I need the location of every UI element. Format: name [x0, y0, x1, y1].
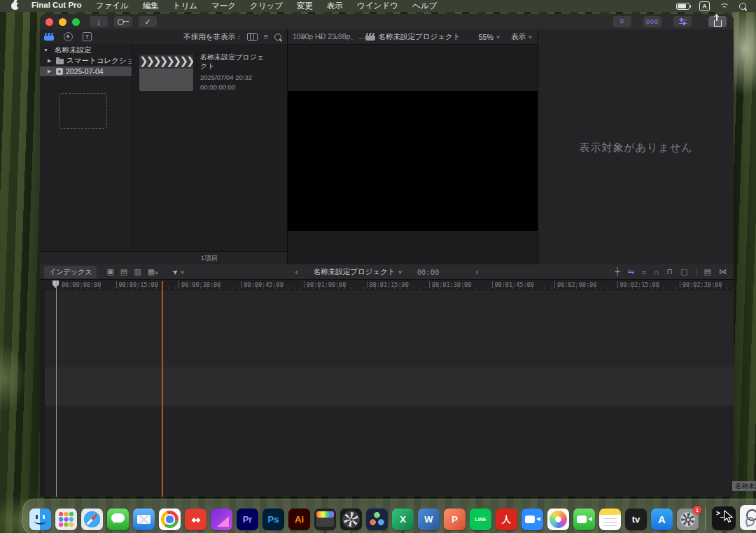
- share-button[interactable]: [708, 16, 727, 27]
- photos-audio-sidebar-icon[interactable]: [64, 32, 73, 41]
- chevron-down-icon: ∨: [528, 34, 533, 40]
- battery-icon[interactable]: [676, 3, 690, 10]
- viewer-view-menu[interactable]: 表示: [511, 32, 526, 42]
- disclosure-triangle[interactable]: ▶: [48, 69, 53, 74]
- apple-logo-icon[interactable]: [11, 2, 19, 10]
- timeline-ruler[interactable]: 00:00:00:0000:00:15:0000:00:30:0000:00:4…: [40, 280, 734, 290]
- menu-8[interactable]: ウインドウ: [350, 1, 405, 11]
- search-icon[interactable]: [274, 34, 281, 41]
- append-edit-icon[interactable]: ▥: [134, 267, 141, 276]
- snapping-icon[interactable]: ⊓: [667, 267, 673, 276]
- dock-item-excel[interactable]: X: [392, 509, 414, 530]
- dock-item-compressor[interactable]: [340, 509, 362, 530]
- menu-1[interactable]: ファイル: [89, 1, 136, 11]
- dock-item-photos[interactable]: [547, 509, 569, 530]
- insert-edit-icon[interactable]: ▤: [120, 267, 127, 276]
- project-thumbnail[interactable]: ❯❯❯❯❯❯❯❯: [139, 55, 193, 91]
- background-render-button[interactable]: ✓: [139, 16, 157, 27]
- import-media-button[interactable]: ↓: [90, 16, 108, 27]
- dock-item-red-diamonds-app[interactable]: ◆◆: [185, 509, 206, 530]
- dock-item-zoom[interactable]: [522, 509, 543, 530]
- primary-storyline-lane[interactable]: [45, 367, 734, 406]
- libraries-sidebar-icon[interactable]: [44, 33, 54, 41]
- overwrite-edit-icon[interactable]: ▦∨: [148, 267, 159, 276]
- timeline-forward-button[interactable]: ›: [475, 267, 478, 277]
- dock-item-chrome[interactable]: [159, 509, 181, 530]
- spotlight-icon[interactable]: [739, 3, 746, 10]
- dock-item-utility-app[interactable]: [740, 505, 756, 530]
- timeline-body[interactable]: [40, 290, 734, 497]
- timeline-back-button[interactable]: ‹: [295, 267, 298, 277]
- menu-2[interactable]: 編集: [136, 1, 166, 11]
- timeline-project-menu[interactable]: 名称未設定プロジェクト ∨: [314, 267, 402, 277]
- tag-icon[interactable]: ▢: [680, 267, 687, 276]
- disclosure-triangle[interactable]: ▶: [48, 58, 53, 64]
- skimming-icon[interactable]: ⇋: [627, 267, 634, 276]
- browser-pane: T 不採用を非表示 ↕ ≡ ▼名称未設定▶スマートコレクション▶2025-07-…: [40, 29, 288, 264]
- clip-title[interactable]: 名称未設定プロジェクト: [200, 53, 267, 71]
- dock-item-powerpoint[interactable]: P: [444, 509, 465, 530]
- ruler-tick: [304, 281, 304, 288]
- menu-6[interactable]: 変更: [290, 1, 320, 11]
- titles-generators-icon[interactable]: T: [83, 32, 92, 41]
- dock-item-facetime[interactable]: [573, 509, 595, 530]
- zoom-fit-icon[interactable]: ⋈: [719, 267, 727, 276]
- index-button[interactable]: インデックス: [44, 266, 97, 278]
- dock-item-launchpad[interactable]: [55, 509, 77, 530]
- dock-item-label: Ps: [268, 514, 279, 525]
- wifi-icon[interactable]: [720, 3, 729, 10]
- dock-item-mail[interactable]: [133, 509, 155, 530]
- dock-item-acrobat[interactable]: 人: [496, 509, 517, 530]
- dock-item-label: X: [400, 514, 406, 525]
- toolbar-divider: [696, 268, 696, 276]
- clip-appearance-icon[interactable]: ▤: [704, 267, 711, 276]
- playhead-line[interactable]: [56, 280, 57, 497]
- dock-item-davinci-resolve[interactable]: [366, 509, 388, 530]
- dock-item-premiere-pro[interactable]: Pr: [237, 509, 258, 530]
- dock-item-messages[interactable]: [107, 509, 129, 530]
- menu-3[interactable]: トリム: [166, 1, 204, 11]
- ruler-label: 00:01:30:00: [432, 281, 471, 288]
- dock-item-app-store[interactable]: [651, 509, 673, 530]
- dock-item-system-settings[interactable]: 1: [677, 509, 699, 530]
- menu-app[interactable]: Final Cut Pro: [24, 1, 89, 11]
- connect-edit-icon[interactable]: ▣: [106, 267, 113, 276]
- input-source-icon[interactable]: A: [699, 1, 710, 11]
- close-button[interactable]: [46, 18, 53, 26]
- browser-layout-button[interactable]: ⠿: [613, 16, 631, 27]
- list-view-icon[interactable]: ≡: [264, 34, 268, 40]
- dock-item-finder[interactable]: [29, 509, 51, 530]
- tool-selector[interactable]: ➤ ∨: [172, 268, 184, 276]
- viewer-zoom-level[interactable]: 55%: [479, 33, 493, 41]
- filmstrip-view-icon[interactable]: [247, 33, 258, 41]
- dock-item-final-cut-pro[interactable]: [314, 509, 336, 530]
- keyword-editor-button[interactable]: [114, 16, 132, 27]
- inspector-toggle-button[interactable]: [673, 16, 692, 27]
- storyline-drop-placeholder[interactable]: [59, 93, 107, 129]
- dock-item-apple-tv[interactable]: tv: [625, 509, 647, 530]
- trim-icon[interactable]: ┿: [615, 267, 620, 276]
- dock-item-line[interactable]: LINE: [470, 509, 491, 530]
- background-tasks-button[interactable]: 000: [643, 16, 662, 27]
- dock-item-word[interactable]: W: [418, 509, 440, 530]
- menu-4[interactable]: マーク: [204, 1, 243, 11]
- dock-item-affinity-app[interactable]: [211, 509, 232, 530]
- menu-5[interactable]: クリップ: [243, 1, 290, 11]
- menu-7[interactable]: 表示: [320, 1, 350, 11]
- title-bar[interactable]: ↓ ✓ ⠿ 000: [40, 14, 734, 30]
- sidebar-item-2025-07-04[interactable]: ▶2025-07-04: [40, 66, 132, 76]
- dock-item-illustrator[interactable]: Ai: [288, 509, 310, 530]
- sidebar-item-名称未設定[interactable]: ▼名称未設定: [40, 45, 132, 55]
- minimize-button[interactable]: [59, 18, 66, 26]
- tasks-icon: 000: [646, 18, 659, 25]
- menu-9[interactable]: ヘルプ: [405, 1, 444, 11]
- zoom-window-button[interactable]: [72, 18, 80, 26]
- hide-rejected-dropdown[interactable]: 不採用を非表示 ↕: [183, 32, 240, 42]
- dock-item-photoshop[interactable]: Ps: [262, 509, 284, 530]
- dock-item-safari[interactable]: [81, 509, 103, 530]
- sidebar-item-スマートコレクション[interactable]: ▶スマートコレクション: [40, 56, 132, 65]
- dock-item-notes[interactable]: [599, 509, 621, 530]
- solo-icon[interactable]: ∩: [654, 268, 659, 276]
- disclosure-triangle[interactable]: ▼: [43, 48, 49, 52]
- audio-skimming-icon[interactable]: ≈: [642, 268, 646, 276]
